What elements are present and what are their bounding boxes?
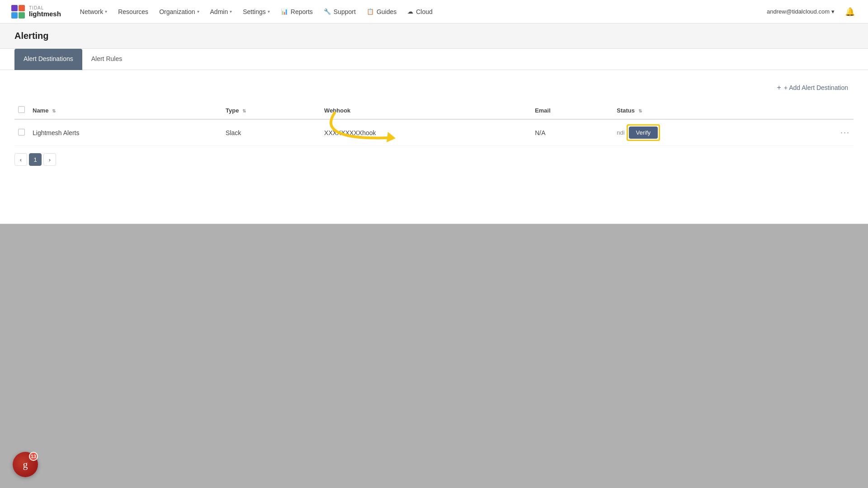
tabs-container: Alert Destinations Alert Rules [0, 49, 868, 70]
select-all-checkbox[interactable] [18, 106, 25, 113]
sort-icon: ⇅ [52, 108, 56, 113]
support-icon: 🔧 [324, 8, 331, 15]
nav-right: andrew@tidalcloud.com ▾ 🔔 [762, 5, 857, 19]
guides-icon: 📋 [367, 8, 374, 15]
row-checkbox[interactable] [18, 129, 25, 136]
nav-guides[interactable]: 📋 Guides [362, 5, 401, 18]
row-name: Lightmesh Alerts [29, 119, 222, 146]
logo-bottom-text: lightmesh [29, 10, 61, 18]
table-row: Lightmesh Alerts Slack XXXXXXXXXhook N/A… [14, 119, 854, 146]
notification-count: 13 [29, 452, 38, 461]
svg-rect-0 [11, 5, 18, 11]
logo-icon [11, 5, 25, 19]
logo[interactable]: tidal lightmesh [11, 5, 61, 19]
next-page-button[interactable]: › [43, 153, 56, 166]
lower-background [0, 224, 868, 488]
row-webhook: XXXXXXXXXhook [321, 119, 531, 146]
col-webhook: Webhook [321, 102, 531, 119]
svg-rect-3 [19, 12, 25, 19]
chevron-down-icon: ▾ [268, 9, 270, 14]
current-page-button[interactable]: 1 [29, 153, 42, 166]
row-type: Slack [222, 119, 321, 146]
cloud-icon: ☁ [407, 8, 413, 15]
col-type: Type ⇅ [222, 102, 321, 119]
col-actions [794, 102, 854, 119]
row-email: N/A [531, 119, 613, 146]
col-status: Status ⇅ [613, 102, 793, 119]
col-email: Email [531, 102, 613, 119]
chevron-down-icon: ▾ [105, 9, 107, 14]
nav-items: Network ▾ Resources Organization ▾ Admin… [75, 5, 762, 18]
page-header: Alerting [0, 23, 868, 49]
tab-alert-destinations[interactable]: Alert Destinations [14, 49, 82, 70]
svg-rect-2 [11, 12, 18, 19]
nav-organization[interactable]: Organization ▾ [155, 5, 203, 18]
select-all-header [14, 102, 29, 119]
nav-reports[interactable]: 📊 Reports [276, 5, 317, 18]
nav-user[interactable]: andrew@tidalcloud.com ▾ [762, 5, 839, 18]
page-title: Alerting [14, 31, 854, 41]
notification-badge[interactable]: g 13 [13, 452, 38, 477]
svg-rect-1 [19, 5, 25, 11]
nav-admin[interactable]: Admin ▾ [206, 5, 237, 18]
notification-icon-label: g [23, 459, 28, 470]
add-alert-destination-button[interactable]: + + Add Alert Destination [772, 81, 854, 94]
sort-icon: ⇅ [638, 108, 642, 113]
chevron-down-icon: ▾ [831, 8, 835, 15]
row-checkbox-cell [14, 119, 29, 146]
sort-icon: ⇅ [242, 108, 246, 113]
nav-resources[interactable]: Resources [113, 5, 153, 18]
chevron-down-icon: ▾ [230, 9, 232, 14]
tab-alert-rules[interactable]: Alert Rules [82, 49, 131, 70]
alert-destinations-table: Name ⇅ Type ⇅ Webhook Email [14, 102, 854, 146]
prev-page-button[interactable]: ‹ [14, 153, 27, 166]
nav-support[interactable]: 🔧 Support [319, 5, 360, 18]
bell-icon[interactable]: 🔔 [843, 5, 857, 19]
pagination: ‹ 1 › [14, 153, 854, 166]
col-name: Name ⇅ [29, 102, 222, 119]
navbar: tidal lightmesh Network ▾ Resources Orga… [0, 0, 868, 23]
nav-cloud[interactable]: ☁ Cloud [403, 5, 437, 18]
nav-network[interactable]: Network ▾ [75, 5, 112, 18]
reports-icon: 📊 [281, 8, 288, 15]
table-toolbar: + + Add Alert Destination [14, 77, 854, 102]
table-area: + + Add Alert Destination Name ⇅ [0, 70, 868, 224]
verify-button[interactable]: Verify [629, 127, 658, 139]
nav-settings[interactable]: Settings ▾ [238, 5, 274, 18]
row-status: ndi Verify [613, 119, 793, 146]
row-actions[interactable]: ··· [794, 119, 854, 146]
plus-icon: + [777, 84, 781, 92]
chevron-down-icon: ▾ [197, 9, 199, 14]
verify-button-wrapper: Verify [627, 124, 660, 141]
